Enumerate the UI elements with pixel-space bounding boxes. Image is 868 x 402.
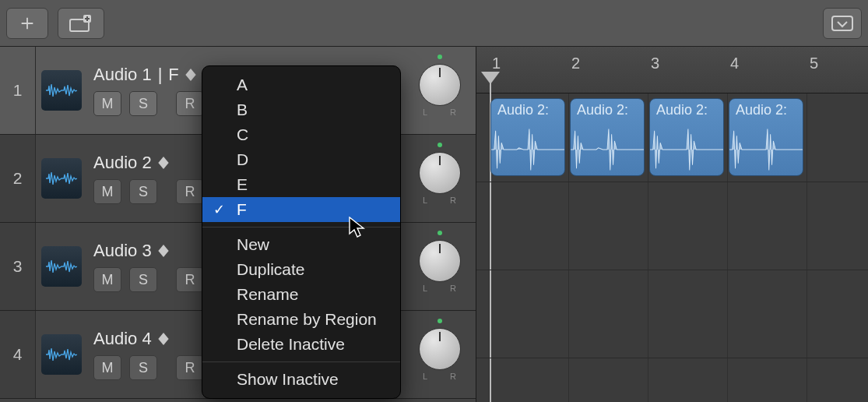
- rec-enable-button[interactable]: R: [176, 355, 204, 380]
- track-alt-menu: A B C D E ✓ F New Duplicate Rename Renam…: [202, 65, 401, 399]
- ruler[interactable]: 1 2 3 4 5: [476, 47, 868, 93]
- region-label: Audio 2:: [491, 99, 564, 118]
- region-waveform: [729, 124, 803, 175]
- region-label: Audio 2:: [571, 99, 644, 118]
- solo-button[interactable]: S: [129, 179, 157, 204]
- mute-button[interactable]: M: [93, 179, 121, 204]
- track-number: 3: [0, 223, 36, 310]
- pan-l: L: [423, 196, 428, 205]
- pan-l: L: [423, 284, 428, 293]
- track-icon[interactable]: [36, 47, 87, 134]
- audio-region[interactable]: Audio 2:: [570, 98, 645, 176]
- alt-chevrons-icon[interactable]: [158, 333, 169, 345]
- pan-knob[interactable]: LR: [404, 47, 476, 134]
- pan-knob[interactable]: LR: [404, 135, 476, 222]
- alt-chevrons-icon[interactable]: [158, 157, 169, 169]
- alt-menu-label: F: [237, 200, 247, 218]
- alt-menu-item[interactable]: E: [202, 172, 400, 197]
- alt-chevrons-icon[interactable]: [185, 69, 196, 81]
- audio-region[interactable]: Audio 2:: [490, 98, 565, 176]
- alt-menu-action[interactable]: New: [202, 232, 400, 257]
- add-button[interactable]: [6, 8, 48, 39]
- track-icon[interactable]: [36, 311, 87, 398]
- toolbar: [0, 0, 868, 47]
- track-name: Audio 3: [93, 241, 152, 261]
- bar-label: 2: [571, 55, 580, 72]
- pan-knob[interactable]: LR: [404, 223, 476, 310]
- waveform-icon: [46, 169, 77, 188]
- track-name: Audio 4: [93, 329, 152, 349]
- track-name-sep: |: [158, 65, 163, 85]
- mute-button[interactable]: M: [93, 267, 121, 292]
- mute-button[interactable]: M: [93, 355, 121, 380]
- rec-enable-button[interactable]: R: [176, 179, 204, 204]
- menu-separator: [202, 227, 400, 227]
- pan-r: R: [450, 108, 457, 117]
- timeline: 1 2 3 4 5 Audio 2: Audio: [476, 47, 868, 402]
- alt-menu-action[interactable]: Rename by Region: [202, 307, 400, 332]
- alt-menu-action[interactable]: Duplicate: [202, 257, 400, 282]
- pan-knob[interactable]: LR: [404, 311, 476, 398]
- solo-button[interactable]: S: [129, 91, 157, 116]
- track-number: 2: [0, 135, 36, 222]
- arrange-area[interactable]: Audio 2: Audio 2: Audio 2: Audio 2:: [476, 93, 868, 402]
- menu-separator: [202, 361, 400, 362]
- track-icon[interactable]: [36, 223, 87, 310]
- rec-enable-button[interactable]: R: [176, 267, 204, 292]
- track-number: 1: [0, 47, 36, 134]
- plus-icon: [19, 15, 36, 32]
- alt-menu-action[interactable]: Delete Inactive: [202, 332, 400, 357]
- solo-button[interactable]: S: [129, 355, 157, 380]
- solo-button[interactable]: S: [129, 267, 157, 292]
- waveform-icon: [46, 345, 77, 364]
- new-track-button[interactable]: [58, 8, 104, 39]
- track-name: Audio 1: [93, 65, 152, 85]
- dropdown-icon: [831, 16, 853, 31]
- bar-label: 5: [810, 55, 818, 72]
- alt-menu-item[interactable]: D: [202, 147, 400, 172]
- mute-button[interactable]: M: [93, 91, 121, 116]
- track-name: Audio 2: [93, 153, 152, 173]
- region-waveform: [571, 124, 644, 175]
- pan-r: R: [450, 196, 457, 205]
- region-waveform: [650, 124, 723, 175]
- track-alt-label[interactable]: F: [168, 65, 178, 85]
- rec-enable-button[interactable]: R: [176, 91, 204, 116]
- waveform-icon: [46, 257, 77, 276]
- pan-l: L: [423, 108, 428, 117]
- bar-label: 3: [651, 55, 659, 72]
- region-label: Audio 2:: [650, 99, 723, 118]
- region-label: Audio 2:: [729, 99, 803, 118]
- alt-menu-action[interactable]: Rename: [202, 282, 400, 307]
- bar-label: 4: [730, 55, 739, 72]
- new-track-icon: [69, 15, 93, 32]
- pan-l: L: [423, 372, 428, 381]
- pan-r: R: [450, 284, 457, 293]
- alt-menu-item[interactable]: ✓ F: [202, 197, 400, 222]
- audio-region[interactable]: Audio 2:: [649, 98, 724, 176]
- waveform-icon: [46, 81, 77, 100]
- alt-menu-item[interactable]: B: [202, 97, 400, 122]
- alt-menu-item[interactable]: A: [202, 72, 400, 97]
- alt-chevrons-icon[interactable]: [158, 245, 169, 257]
- check-icon: ✓: [213, 201, 225, 218]
- alt-menu-action[interactable]: Show Inactive: [202, 367, 400, 392]
- svg-rect-2: [832, 16, 852, 30]
- audio-region[interactable]: Audio 2:: [729, 98, 803, 176]
- track-number: 4: [0, 311, 36, 398]
- alt-menu-item[interactable]: C: [202, 122, 400, 147]
- track-icon[interactable]: [36, 135, 87, 222]
- pan-r: R: [450, 372, 457, 381]
- bar-label: 1: [492, 55, 501, 72]
- list-dropdown-button[interactable]: [823, 8, 862, 39]
- region-waveform: [491, 124, 564, 175]
- playhead[interactable]: [481, 72, 500, 84]
